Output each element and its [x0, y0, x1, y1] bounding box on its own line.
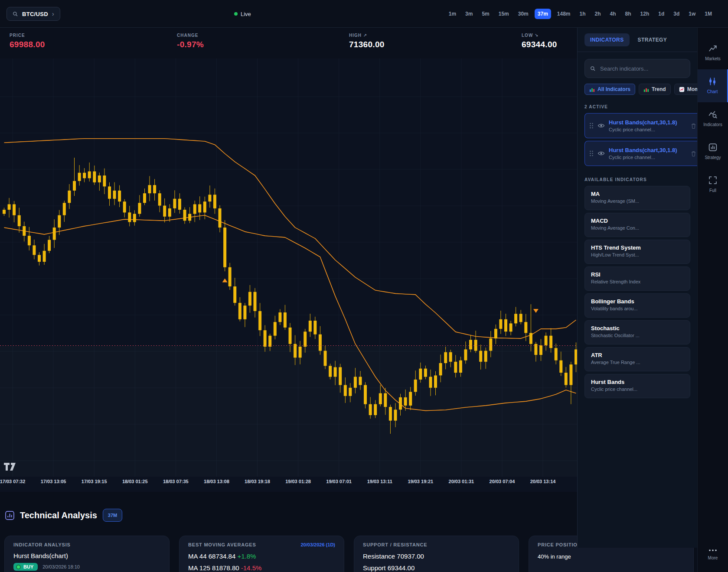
active-section-label: 2 ACTIVE [584, 104, 690, 109]
symbol-selector[interactable]: BTC/USD › [7, 7, 60, 21]
available-indicator-atr[interactable]: ATR Average True Range ... [584, 347, 690, 371]
x-axis-label: 20/03 07:04 [490, 479, 515, 484]
ma-row: MA 125 81878.80 -14.5% [188, 564, 335, 572]
stat-low: LOW ↘ 69344.00 [522, 33, 557, 49]
active-indicator-item[interactable]: Hurst Bands(chart,30,1.8) Cyclic price c… [584, 113, 697, 138]
stat-high: HIGH ↗ 71360.00 [349, 33, 385, 49]
filter-chips: All IndicatorsTrendMomentum [584, 84, 697, 95]
timeframe-30m[interactable]: 30m [515, 9, 532, 19]
signal-dot-icon [16, 565, 21, 569]
stat-change: CHANGE -0.97% [177, 33, 204, 49]
available-indicator-hts-trend-system[interactable]: HTS Trend System High/Low Trend Syst... [584, 240, 690, 264]
timeframe-1m[interactable]: 1m [446, 9, 459, 19]
chart-increasing-icon [679, 87, 685, 92]
trash-icon[interactable] [691, 123, 696, 129]
filter-chip-momentum[interactable]: Momentum [674, 84, 697, 95]
timeframe-8h[interactable]: 8h [622, 9, 634, 19]
toolbar-indicators[interactable]: Indicators [698, 102, 728, 135]
toolbar-markets[interactable]: Markets [698, 36, 728, 69]
timeframe-12h[interactable]: 12h [637, 9, 653, 19]
available-section-label: AVAILABLE INDICATORS [584, 177, 690, 182]
card-header: SUPPORT / RESISTANCE [363, 542, 427, 547]
timeframe-1h[interactable]: 1h [577, 9, 589, 19]
indicator-name: Hurst Bands(chart) [13, 552, 160, 559]
x-axis-label: 18/03 13:08 [204, 479, 229, 484]
timeframe-badge[interactable]: 37M [103, 509, 122, 522]
card-indicator-analysis: INDICATOR ANALYSIS Hurst Bands(chart) BU… [4, 536, 170, 572]
price-position-value: 40% in range [538, 553, 685, 560]
timeframe-1w[interactable]: 1w [686, 9, 699, 19]
timeframe-15m[interactable]: 15m [496, 9, 512, 19]
available-indicator-macd[interactable]: MACD Moving Average Con... [584, 213, 690, 237]
card-moving-averages: BEST MOVING AVERAGES 20/03/2026 (1D) MA … [179, 536, 344, 572]
technical-analysis-title: Technical Analysis [20, 510, 97, 520]
available-indicator-list: MA Moving Average (SM...MACD Moving Aver… [578, 186, 697, 398]
drag-handle-icon[interactable] [589, 122, 594, 129]
eye-icon[interactable] [597, 150, 605, 156]
x-axis-label: 19/03 19:21 [408, 479, 433, 484]
x-axis-label: 19/03 13:11 [367, 479, 392, 484]
timeframe-row: 1m3m5m15m30m37m148m1h2h4h8h12h1d3d1w1M [446, 0, 715, 28]
indicators-panel: INDICATORS STRATEGY All IndicatorsTrendM… [577, 28, 697, 548]
stat-change-value: -0.97% [177, 40, 204, 49]
x-axis-label: 18/03 07:35 [163, 479, 189, 484]
ma-row: MA 44 68734.84 +1.8% [188, 552, 335, 560]
search-icon [13, 11, 18, 17]
x-axis-label: 19/03 07:01 [326, 479, 352, 484]
available-indicator-stochastic[interactable]: Stochastic Stochastic Oscillator ... [584, 320, 690, 344]
chart-icon [708, 78, 717, 86]
timeframe-2h[interactable]: 2h [592, 9, 604, 19]
timeframe-4h[interactable]: 4h [607, 9, 619, 19]
x-axis-label: 20/03 13:14 [530, 479, 556, 484]
active-indicator-item[interactable]: Hurst Bands(chart,30,1.8) Cyclic price c… [584, 141, 697, 166]
stat-price-label: PRICE [10, 33, 45, 38]
available-indicator-ma[interactable]: MA Moving Average (SM... [584, 186, 690, 210]
toolbar-strategy[interactable]: Strategy [698, 135, 728, 168]
signal-time: 20/03/2026 18:10 [42, 564, 80, 569]
stat-change-label: CHANGE [177, 33, 204, 38]
stat-low-label: LOW ↘ [522, 33, 557, 38]
eye-icon[interactable] [597, 123, 605, 129]
timeframe-5m[interactable]: 5m [479, 9, 492, 19]
timeframe-3m[interactable]: 3m [462, 9, 476, 19]
x-axis-label: 18/03 19:18 [245, 479, 270, 484]
x-axis-label: 19/03 01:28 [285, 479, 311, 484]
bar-chart-icon [643, 87, 649, 92]
timeframe-3d[interactable]: 3d [670, 9, 682, 19]
search-input[interactable] [600, 65, 678, 72]
panel-tabs: INDICATORS STRATEGY [578, 28, 697, 52]
stat-high-label: HIGH ↗ [349, 33, 385, 38]
side-toolbar: MarketsChartIndicatorsStrategyFullMore [697, 28, 728, 572]
chevron-right-icon: › [52, 10, 54, 17]
sr-rows: Resistance 70937.00Support 69344.00 [363, 552, 510, 572]
timeframe-1d[interactable]: 1d [655, 9, 667, 19]
stat-low-value: 69344.00 [522, 40, 557, 49]
filter-chip-all-indicators[interactable]: All Indicators [584, 84, 635, 95]
drag-handle-icon[interactable] [589, 150, 594, 157]
sr-row: Resistance 70937.00 [363, 552, 510, 560]
x-axis-label: 18/03 01:25 [122, 479, 148, 484]
price-chart[interactable] [0, 58, 577, 477]
timeframe-148m[interactable]: 148m [554, 9, 574, 19]
symbol-label: BTC/USD [22, 11, 48, 17]
toolbar-more[interactable]: More [698, 541, 728, 567]
tab-indicators[interactable]: INDICATORS [584, 33, 630, 46]
tab-strategy[interactable]: STRATEGY [632, 33, 673, 46]
timeframe-37m[interactable]: 37m [535, 9, 551, 19]
x-axis[interactable]: 17/03 07:3217/03 13:0517/03 19:1518/03 0… [0, 479, 577, 488]
search-icon [590, 66, 596, 72]
tradingview-logo[interactable] [3, 462, 16, 473]
indicator-search[interactable] [584, 59, 690, 78]
toolbar-chart[interactable]: Chart [698, 69, 728, 102]
timeframe-1M[interactable]: 1M [702, 9, 715, 19]
filter-chip-trend[interactable]: Trend [639, 84, 671, 95]
chart-area: 17/03 07:3217/03 13:0517/03 19:1518/03 0… [0, 58, 577, 492]
toolbar-full[interactable]: Full [698, 168, 728, 201]
markets-icon [708, 45, 717, 53]
trash-icon[interactable] [691, 150, 696, 157]
available-indicator-rsi[interactable]: RSI Relative Strength Index [584, 266, 690, 291]
available-indicator-hurst-bands[interactable]: Hurst Bands Cyclic price channel... [584, 374, 690, 398]
strategy-icon [708, 143, 717, 152]
available-indicator-bollinger-bands[interactable]: Bollinger Bands Volatility bands arou... [584, 293, 690, 318]
live-status: Live [234, 0, 251, 28]
